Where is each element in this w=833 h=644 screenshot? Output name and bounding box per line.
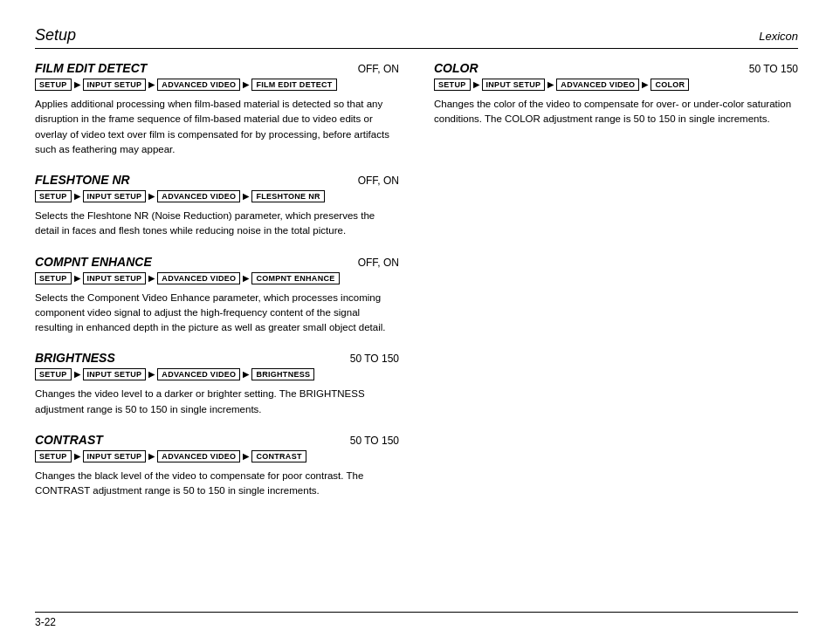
nav-arrow-icon: ▶ [243,80,249,89]
nav-path: SETUP▶INPUT SETUP▶ADVANCED VIDEO▶COMPNT … [35,272,399,284]
section-color: COLOR50 TO 150SETUP▶INPUT SETUP▶ADVANCED… [434,61,798,127]
nav-arrow-icon: ▶ [74,452,80,461]
section-description: Selects the Fleshtone NR (Noise Reductio… [35,209,399,239]
section-range: OFF, ON [358,257,399,269]
nav-path: SETUP▶INPUT SETUP▶ADVANCED VIDEO▶FLESHTO… [35,190,399,202]
nav-pill-2: ADVANCED VIDEO [157,450,240,462]
section-header: FILM EDIT DETECTOFF, ON [35,61,399,75]
nav-pill-1: INPUT SETUP [83,368,147,380]
nav-pill-2: ADVANCED VIDEO [157,368,240,380]
nav-path: SETUP▶INPUT SETUP▶ADVANCED VIDEO▶CONTRAS… [35,450,399,462]
nav-pill-2: ADVANCED VIDEO [157,190,240,202]
nav-arrow-icon: ▶ [547,80,554,89]
section-description: Changes the black level of the video to … [35,469,399,499]
nav-path: SETUP▶INPUT SETUP▶ADVANCED VIDEO▶COLOR [434,79,798,91]
brand-name: Lexicon [759,30,798,43]
section-range: OFF, ON [358,175,399,187]
section-header: COMPNT ENHANCEOFF, ON [35,255,399,269]
nav-pill-3: COLOR [651,79,689,91]
nav-arrow-icon: ▶ [74,370,80,379]
nav-path: SETUP▶INPUT SETUP▶ADVANCED VIDEO▶FILM ED… [35,79,399,91]
section-range: 50 TO 150 [749,63,798,75]
nav-pill-0: SETUP [35,190,72,202]
nav-arrow-icon: ▶ [148,80,155,89]
nav-pill-1: INPUT SETUP [482,79,546,91]
nav-pill-3: FLESHTONE NR [251,190,324,202]
nav-arrow-icon: ▶ [243,370,249,379]
section-title: FLESHTONE NR [35,173,130,187]
section-fleshtone-nr: FLESHTONE NROFF, ONSETUP▶INPUT SETUP▶ADV… [35,173,399,239]
nav-pill-1: INPUT SETUP [83,79,147,91]
nav-arrow-icon: ▶ [148,452,155,461]
nav-pill-0: SETUP [35,272,72,284]
nav-arrow-icon: ▶ [148,192,155,201]
page: Setup Lexicon FILM EDIT DETECTOFF, ONSET… [0,0,833,644]
nav-arrow-icon: ▶ [74,274,80,283]
page-number: 3-22 [35,616,56,628]
section-header: BRIGHTNESS50 TO 150 [35,351,399,365]
nav-pill-2: ADVANCED VIDEO [556,79,639,91]
nav-pill-0: SETUP [35,79,72,91]
nav-arrow-icon: ▶ [243,192,249,201]
section-contrast: CONTRAST50 TO 150SETUP▶INPUT SETUP▶ADVAN… [35,433,399,499]
section-film-edit-detect: FILM EDIT DETECTOFF, ONSETUP▶INPUT SETUP… [35,61,399,157]
nav-arrow-icon: ▶ [148,274,155,283]
nav-arrow-icon: ▶ [243,274,249,283]
section-title: COMPNT ENHANCE [35,255,152,269]
nav-pill-2: ADVANCED VIDEO [157,272,240,284]
section-header: COLOR50 TO 150 [434,61,798,75]
section-title: COLOR [434,61,478,75]
section-description: Changes the color of the video to compen… [434,97,798,127]
section-range: 50 TO 150 [350,353,399,365]
section-title: CONTRAST [35,433,103,447]
nav-pill-3: BRIGHTNESS [251,368,314,380]
nav-pill-3: CONTRAST [251,450,306,462]
section-compnt-enhance: COMPNT ENHANCEOFF, ONSETUP▶INPUT SETUP▶A… [35,255,399,336]
left-column: FILM EDIT DETECTOFF, ONSETUP▶INPUT SETUP… [35,61,399,514]
content-columns: FILM EDIT DETECTOFF, ONSETUP▶INPUT SETUP… [35,61,798,514]
section-title: FILM EDIT DETECT [35,61,147,75]
nav-arrow-icon: ▶ [148,370,155,379]
nav-arrow-icon: ▶ [243,452,249,461]
section-header: CONTRAST50 TO 150 [35,433,399,447]
nav-pill-1: INPUT SETUP [83,272,147,284]
nav-pill-1: INPUT SETUP [83,190,147,202]
section-range: OFF, ON [358,63,399,75]
nav-pill-3: COMPNT ENHANCE [251,272,339,284]
nav-path: SETUP▶INPUT SETUP▶ADVANCED VIDEO▶BRIGHTN… [35,368,399,380]
nav-arrow-icon: ▶ [74,192,80,201]
page-header: Setup Lexicon [35,26,798,49]
page-title: Setup [35,26,76,45]
nav-arrow-icon: ▶ [642,80,648,89]
nav-pill-0: SETUP [35,368,72,380]
page-footer: 3-22 [35,612,798,628]
nav-pill-2: ADVANCED VIDEO [157,79,240,91]
nav-arrow-icon: ▶ [473,80,479,89]
section-description: Changes the video level to a darker or b… [35,387,399,417]
nav-pill-0: SETUP [434,79,471,91]
nav-pill-1: INPUT SETUP [83,450,147,462]
section-header: FLESHTONE NROFF, ON [35,173,399,187]
section-brightness: BRIGHTNESS50 TO 150SETUP▶INPUT SETUP▶ADV… [35,351,399,417]
section-description: Applies additional processing when film-… [35,97,399,157]
section-title: BRIGHTNESS [35,351,115,365]
nav-pill-0: SETUP [35,450,72,462]
section-description: Selects the Component Video Enhance para… [35,291,399,336]
nav-arrow-icon: ▶ [74,80,80,89]
nav-pill-3: FILM EDIT DETECT [251,79,336,91]
section-range: 50 TO 150 [350,435,399,447]
right-column: COLOR50 TO 150SETUP▶INPUT SETUP▶ADVANCED… [434,61,798,514]
